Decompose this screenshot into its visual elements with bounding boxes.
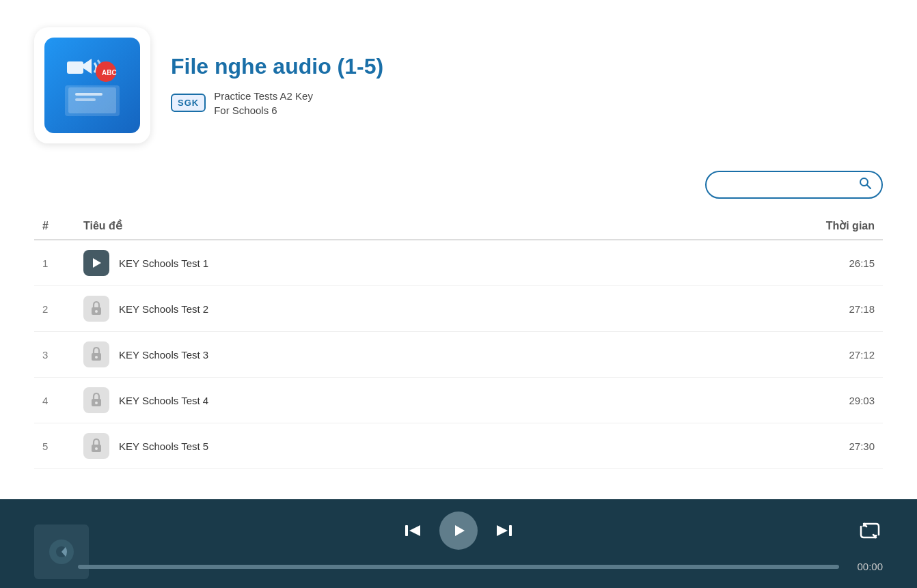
- app-icon-svg: ABC: [55, 48, 130, 123]
- player-track-info: by CD001: [34, 568, 80, 579]
- track-duration: 27:12: [629, 332, 883, 378]
- search-input[interactable]: [716, 179, 858, 191]
- locked-track-icon: [83, 296, 109, 322]
- track-title-text: KEY Schools Test 4: [119, 395, 208, 406]
- track-list: 1KEY Schools Test 126:152 KEY Schools Te…: [34, 240, 883, 469]
- track-title-text: KEY Schools Test 1: [119, 257, 208, 269]
- play-pause-button[interactable]: [439, 512, 478, 550]
- locked-track-icon: [83, 341, 109, 367]
- svg-point-15: [95, 402, 98, 404]
- track-title-cell[interactable]: KEY Schools Test 2: [75, 286, 629, 332]
- svg-rect-23: [509, 525, 512, 536]
- track-duration: 27:18: [629, 286, 883, 332]
- table-row[interactable]: 3 KEY Schools Test 327:12: [34, 332, 883, 378]
- svg-marker-5: [83, 59, 92, 74]
- svg-rect-2: [75, 93, 102, 96]
- track-number: 1: [34, 240, 75, 286]
- publisher-name: Practice Tests A2 KeyFor Schools 6: [214, 89, 313, 117]
- progress-row: 00:00 00:00: [34, 561, 883, 572]
- locked-track-icon: [83, 387, 109, 413]
- track-title-text: KEY Schools Test 5: [119, 440, 208, 452]
- repeat-button[interactable]: [857, 520, 883, 542]
- track-number: 4: [34, 378, 75, 423]
- svg-rect-20: [405, 525, 408, 536]
- search-icon[interactable]: [858, 176, 872, 193]
- app-icon: ABC: [34, 27, 150, 143]
- svg-marker-24: [497, 525, 508, 536]
- svg-rect-4: [67, 61, 83, 74]
- publisher-row: SGK Practice Tests A2 KeyFor Schools 6: [171, 89, 883, 117]
- search-box[interactable]: [705, 171, 883, 199]
- svg-marker-21: [409, 525, 420, 536]
- play-track-button[interactable]: [83, 250, 109, 276]
- svg-point-13: [95, 356, 98, 359]
- player-bar: by CD001: [0, 499, 917, 588]
- track-title-cell[interactable]: KEY Schools Test 4: [75, 378, 629, 423]
- progress-bar[interactable]: [78, 565, 839, 569]
- track-number: 5: [34, 423, 75, 469]
- svg-point-17: [95, 447, 98, 450]
- lock-icon: [90, 300, 102, 318]
- header-info: File nghe audio (1-5) SGK Practice Tests…: [171, 54, 883, 117]
- repeat-icon: [857, 520, 883, 542]
- lock-icon: [90, 346, 102, 363]
- next-button[interactable]: [494, 520, 515, 541]
- player-controls: [34, 512, 883, 550]
- col-header-time: Thời gian: [629, 212, 883, 240]
- next-icon: [494, 520, 515, 541]
- table-row[interactable]: 2 KEY Schools Test 227:18: [34, 286, 883, 332]
- svg-line-9: [867, 185, 871, 188]
- sgk-badge: SGK: [171, 94, 206, 112]
- table-row[interactable]: 5 KEY Schools Test 527:30: [34, 423, 883, 469]
- track-duration: 29:03: [629, 378, 883, 423]
- table-row[interactable]: 4 KEY Schools Test 429:03: [34, 378, 883, 423]
- track-duration: 26:15: [629, 240, 883, 286]
- svg-marker-22: [455, 525, 465, 536]
- header-section: ABC File nghe audio (1-5) SGK Practice T…: [34, 27, 883, 143]
- track-title-cell[interactable]: KEY Schools Test 1: [75, 240, 629, 286]
- track-title-cell[interactable]: KEY Schools Test 5: [75, 423, 629, 469]
- col-header-title: Tiêu đề: [75, 212, 629, 240]
- locked-track-icon: [83, 433, 109, 459]
- total-time: 00:00: [849, 561, 883, 572]
- svg-point-11: [95, 310, 98, 313]
- lock-icon: [90, 392, 102, 409]
- svg-rect-3: [75, 98, 96, 101]
- table-header: # Tiêu đề Thời gian: [34, 212, 883, 240]
- play-icon: [450, 522, 467, 540]
- app-icon-inner: ABC: [44, 38, 140, 133]
- col-header-number: #: [34, 212, 75, 240]
- track-title-cell[interactable]: KEY Schools Test 3: [75, 332, 629, 378]
- prev-button[interactable]: [402, 520, 423, 541]
- track-number: 3: [34, 332, 75, 378]
- lock-icon: [90, 438, 102, 455]
- prev-icon: [402, 520, 423, 541]
- track-title-text: KEY Schools Test 2: [119, 303, 208, 315]
- track-duration: 27:30: [629, 423, 883, 469]
- search-container: [34, 171, 883, 199]
- track-title-text: KEY Schools Test 3: [119, 349, 208, 361]
- table-row[interactable]: 1KEY Schools Test 126:15: [34, 240, 883, 286]
- page-title: File nghe audio (1-5): [171, 54, 883, 79]
- main-content: ABC File nghe audio (1-5) SGK Practice T…: [0, 0, 917, 499]
- svg-text:ABC: ABC: [102, 69, 117, 76]
- track-number: 2: [34, 286, 75, 332]
- track-table: # Tiêu đề Thời gian 1KEY Schools Test 12…: [34, 212, 883, 469]
